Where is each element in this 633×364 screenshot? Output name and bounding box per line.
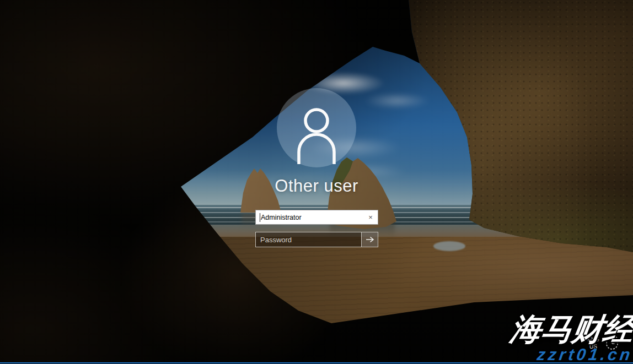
submit-button[interactable]	[361, 232, 378, 247]
windows-login-screen: Other user × ENG US 海马财经 zzrt01.cn	[0, 0, 633, 364]
watermark-url: zzrt01.cn	[536, 346, 633, 363]
watermark-underline	[0, 362, 633, 363]
password-field[interactable]	[255, 232, 378, 247]
username-input[interactable]	[256, 210, 364, 224]
user-avatar	[277, 88, 356, 167]
submit-arrow-icon	[365, 236, 375, 243]
clear-username-button[interactable]: ×	[363, 210, 378, 224]
user-icon	[289, 102, 344, 165]
text-caret	[260, 213, 260, 222]
user-tile-label: Other user	[206, 176, 427, 196]
password-input[interactable]	[256, 232, 360, 247]
username-field[interactable]: ×	[255, 210, 378, 225]
watermark-title: 海马财经	[508, 314, 633, 345]
